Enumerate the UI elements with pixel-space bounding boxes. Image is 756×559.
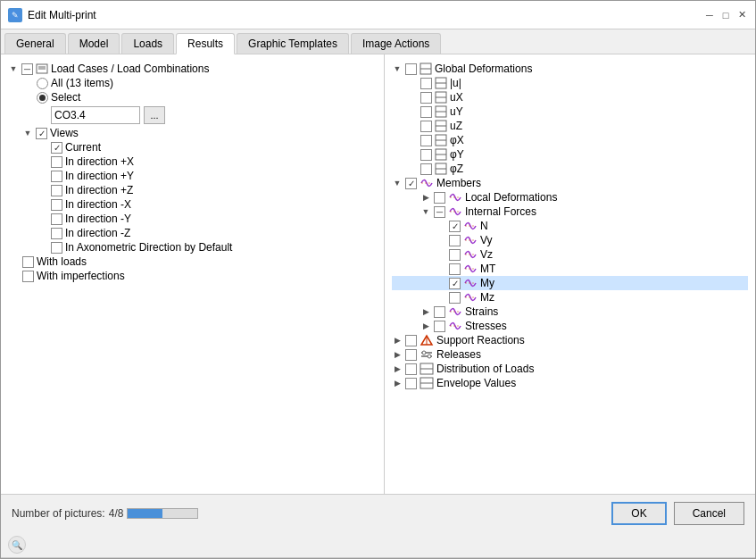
dir-my-checkbox[interactable] [51,213,62,225]
stresses-expand[interactable]: ▶ [420,321,431,331]
my-checkbox[interactable] [449,278,461,289]
envelope-values-row[interactable]: ▶ Envelope Values [392,376,748,390]
strains-expand[interactable]: ▶ [420,306,431,317]
with-loads-checkbox[interactable] [22,256,34,268]
members-row[interactable]: ▼ Members [392,176,748,190]
phix-row[interactable]: φX [392,133,748,147]
my-row[interactable]: My [392,276,748,290]
vy-checkbox[interactable] [449,235,461,246]
internal-forces-row[interactable]: ▼ Internal Forces [392,204,748,219]
vy-row[interactable]: Vy [392,233,748,247]
phiy-row[interactable]: φY [392,147,748,162]
uz-row[interactable]: uZ [392,119,748,133]
distribution-loads-expand[interactable]: ▶ [392,363,403,374]
vz-row[interactable]: Vz [392,247,748,262]
support-reactions-expand[interactable]: ▶ [392,335,403,346]
all-items-row[interactable]: All (13 items) [8,76,377,90]
dir-px-row[interactable]: In direction +X [8,154,377,169]
stresses-checkbox[interactable] [434,321,445,332]
select-value-input[interactable] [51,106,140,124]
envelope-values-checkbox[interactable] [405,378,417,389]
envelope-values-expand[interactable]: ▶ [392,378,403,388]
with-imperf-checkbox[interactable] [22,271,34,282]
global-deform-checkbox[interactable] [405,63,417,75]
releases-expand[interactable]: ▶ [392,349,403,360]
tab-loads[interactable]: Loads [121,33,174,54]
internal-forces-expand[interactable]: ▼ [420,206,431,217]
maximize-button[interactable]: □ [719,9,732,21]
with-loads-row[interactable]: With loads [8,254,377,269]
load-cases-row[interactable]: ▼ Load Cases / Load Combinations [8,62,377,76]
stresses-row[interactable]: ▶ Stresses [392,319,748,333]
load-cases-expand[interactable]: ▼ [8,63,19,74]
tab-graphic-templates[interactable]: Graphic Templates [237,33,349,54]
local-deformations-row[interactable]: ▶ Local Deformations [392,190,748,204]
select-row[interactable]: Select [8,90,377,104]
local-deform-expand[interactable]: ▶ [420,192,431,203]
mt-checkbox[interactable] [449,263,461,275]
members-expand[interactable]: ▼ [392,178,403,188]
local-deform-checkbox[interactable] [434,192,445,204]
dir-mx-checkbox[interactable] [51,199,62,211]
views-checkbox[interactable] [36,128,47,139]
all-radio[interactable] [37,78,48,89]
members-checkbox[interactable] [405,178,417,189]
u-abs-checkbox[interactable] [420,78,432,89]
n-checkbox[interactable] [449,221,461,232]
strains-checkbox[interactable] [434,306,445,318]
mz-row[interactable]: Mz [392,290,748,305]
dir-mx-row[interactable]: In direction -X [8,197,377,212]
global-deformations-row[interactable]: ▼ Global Deformations [392,62,748,76]
dir-mz-checkbox[interactable] [51,228,62,239]
uz-checkbox[interactable] [420,121,432,132]
releases-checkbox[interactable] [405,349,417,361]
dir-py-row[interactable]: In direction +Y [8,169,377,183]
search-icon[interactable]: 🔍 [8,536,26,554]
distribution-loads-checkbox[interactable] [405,363,417,375]
ux-checkbox[interactable] [420,92,432,104]
with-imperf-row[interactable]: With imperfections [8,269,377,283]
uy-row[interactable]: uY [392,104,748,119]
ux-row[interactable]: uX [392,90,748,104]
u-abs-row[interactable]: |u| [392,76,748,90]
ok-button[interactable]: OK [611,502,666,525]
close-button[interactable]: ✕ [735,9,748,21]
browse-button[interactable]: ... [144,106,165,124]
dir-px-checkbox[interactable] [51,156,62,168]
axo-checkbox[interactable] [51,242,62,254]
tab-results[interactable]: Results [176,33,235,54]
phiz-checkbox[interactable] [420,163,432,175]
phix-checkbox[interactable] [420,135,432,146]
releases-row[interactable]: ▶ Releases [392,347,748,362]
support-reactions-checkbox[interactable] [405,335,417,346]
dir-pz-checkbox[interactable] [51,185,62,196]
load-cases-checkbox[interactable] [21,63,33,75]
strains-row[interactable]: ▶ Strains [392,305,748,319]
dir-py-checkbox[interactable] [51,171,62,182]
axo-row[interactable]: In Axonometric Direction by Default [8,240,377,254]
mz-checkbox[interactable] [449,292,461,304]
tab-image-actions[interactable]: Image Actions [351,33,441,54]
dir-pz-row[interactable]: In direction +Z [8,183,377,197]
minimize-button[interactable]: ─ [703,9,716,21]
dir-my-row[interactable]: In direction -Y [8,212,377,226]
phiz-row[interactable]: φZ [392,162,748,176]
select-radio[interactable] [37,92,48,104]
tab-model[interactable]: Model [68,33,120,54]
phiy-checkbox[interactable] [420,149,432,161]
internal-forces-checkbox[interactable] [434,206,445,218]
vz-checkbox[interactable] [449,249,461,261]
mt-row[interactable]: MT [392,262,748,276]
current-checkbox[interactable] [51,142,62,154]
support-reactions-row[interactable]: ▶ Support Reactions [392,333,748,347]
dir-mz-row[interactable]: In direction -Z [8,226,377,240]
tab-general[interactable]: General [4,33,66,54]
current-row[interactable]: Current [8,140,377,154]
n-row[interactable]: N [392,219,748,233]
global-deform-expand[interactable]: ▼ [392,63,403,74]
views-expand[interactable]: ▼ [22,128,33,138]
views-row[interactable]: ▼ Views [8,126,377,140]
uy-checkbox[interactable] [420,106,432,118]
distribution-loads-row[interactable]: ▶ Distribution of Loads [392,362,748,376]
cancel-button[interactable]: Cancel [674,502,744,525]
